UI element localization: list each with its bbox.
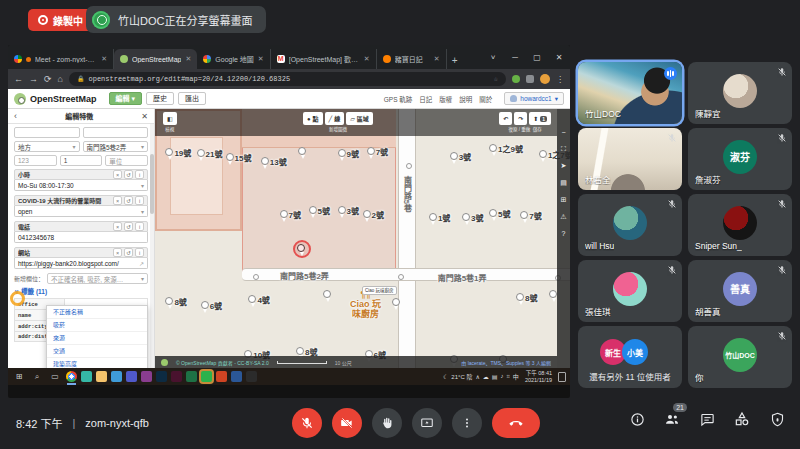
close-tab-icon[interactable]: ✕ (101, 55, 107, 63)
edit-button[interactable]: 編輯 ▾ (109, 92, 142, 105)
tab-search-icon[interactable]: ˅ (482, 53, 504, 62)
road-way[interactable] (398, 109, 416, 368)
info-button[interactable] (628, 410, 646, 428)
field-misc-2[interactable] (83, 127, 149, 138)
more-options-button[interactable] (452, 408, 482, 438)
participant-tile[interactable]: 淑芬詹淑芬 (688, 128, 792, 190)
participant-tile[interactable]: 新生小美還有另外 11 位使用者 (578, 326, 682, 388)
website-input[interactable]: https://piggy-bank20.blogspot.com/↗ (14, 258, 148, 269)
participant-tile[interactable]: 陳靜宜 (688, 62, 792, 124)
tray-icon[interactable]: ▤ (492, 373, 498, 380)
save-button[interactable]: ⬆ 1 (529, 112, 551, 125)
people-button[interactable]: 21 (663, 410, 681, 428)
reload-icon[interactable]: ⟳ (44, 74, 52, 84)
activities-button[interactable] (733, 410, 751, 428)
draw-point-button[interactable]: ● 點 (303, 112, 323, 125)
participant-tile[interactable]: 竹山DOC你 (688, 326, 792, 388)
start-button-icon[interactable]: ⊞ (12, 372, 26, 381)
close-tab-icon[interactable]: ✕ (258, 55, 264, 63)
mic-off-button[interactable] (292, 408, 322, 438)
undo-field-icon[interactable]: ↺ (124, 196, 133, 205)
home-icon[interactable]: ⌂ (58, 74, 63, 84)
browser-menu-icon[interactable]: ⋮ (556, 75, 564, 84)
explorer-taskbar-icon[interactable] (96, 371, 107, 382)
sidebar-scrollbar[interactable] (150, 124, 154, 368)
remove-field-icon[interactable]: × (113, 170, 122, 179)
participant-tile[interactable]: 張佳琪 (578, 260, 682, 322)
dropdown-option[interactable]: 不正確名稱 (47, 306, 147, 319)
street-select[interactable]: 南門路5巷2弄▾ (83, 141, 149, 152)
inspect-button[interactable]: ◧ (163, 112, 177, 125)
recent-editors[interactable]: 由 lacerate、TMS、Supples 等 3 人編輯 (461, 359, 551, 366)
new-tab-icon[interactable]: + (447, 53, 463, 69)
settings-taskbar-icon[interactable] (246, 371, 257, 382)
tray-icon[interactable]: ⌗ (506, 373, 509, 380)
maximize-icon[interactable]: ▢ (526, 53, 548, 62)
tags-header[interactable]: ∨ 標籤 (11) (14, 286, 148, 296)
participant-tile[interactable]: 竹山DOC (578, 62, 682, 124)
line-taskbar-icon[interactable] (201, 371, 212, 382)
tray-icon[interactable]: ♪ (500, 373, 503, 380)
browser-tab[interactable]: 豬寶日記✕ (377, 49, 447, 69)
screenshare-tile[interactable]: Meet - zom-nyxt-qfb✕OpenStreetMap✕Google… (8, 45, 570, 398)
powerpoint-taskbar-icon[interactable] (216, 371, 227, 382)
host-controls-button[interactable] (768, 410, 786, 428)
help-icon[interactable]: ? (562, 230, 566, 237)
close-tab-icon[interactable]: ✕ (364, 55, 370, 63)
draw-area-button[interactable]: ▱ 區域 (346, 112, 373, 125)
close-tab-icon[interactable]: ✕ (185, 55, 191, 63)
remove-field-icon[interactable]: × (113, 222, 122, 231)
action-center-icon[interactable] (558, 372, 566, 382)
hours-select[interactable]: Mo-Su 08:00-17:30▾ (14, 180, 148, 191)
close-window-icon[interactable]: ✕ (548, 53, 570, 62)
weather-widget[interactable]: 21°C 陰 (451, 372, 472, 381)
info-field-icon[interactable]: i (135, 248, 144, 257)
indesign-taskbar-icon[interactable] (171, 371, 182, 382)
task-view-icon[interactable]: ▭ (48, 372, 62, 381)
zoom-out-icon[interactable]: − (561, 129, 565, 136)
road-vertex[interactable] (253, 274, 259, 280)
background-layers-icon[interactable]: ▤ (560, 179, 567, 187)
photoshop-taskbar-icon[interactable] (156, 371, 167, 382)
raise-hand-button[interactable] (372, 408, 402, 438)
info-field-icon[interactable]: i (135, 196, 144, 205)
dropdown-option[interactable]: 吸菸 (47, 319, 147, 332)
tray-icon[interactable]: ☁ (483, 373, 489, 380)
place-type-select[interactable]: 地方▾ (14, 141, 80, 152)
osm-nav-link[interactable]: 版權 (439, 94, 452, 104)
browser-tab[interactable]: [OpenStreetMap] 歡迎加入 Op...✕ (271, 49, 377, 69)
chat-button[interactable] (698, 410, 716, 428)
info-field-icon[interactable]: i (135, 222, 144, 231)
info-field-icon[interactable]: i (135, 170, 144, 179)
taskbar-clock[interactable]: 下午 08:41 2021/11/19 (525, 370, 552, 383)
map-data-icon[interactable]: ⊞ (561, 196, 567, 204)
fullscreen-icon[interactable]: ⛶ (561, 145, 566, 153)
ime-indicator[interactable]: 中 (513, 372, 519, 381)
chrome-taskbar-icon[interactable] (66, 371, 77, 382)
undo-field-icon[interactable]: ↺ (124, 170, 133, 179)
geolocate-icon[interactable]: ➤ (561, 162, 567, 170)
browser-tab[interactable]: Meet - zom-nyxt-qfb✕ (8, 49, 114, 69)
address-bar[interactable]: 🔒 openstreetmap.org/edit#map=20/24.12200… (69, 72, 506, 86)
present-screen-button[interactable] (412, 408, 442, 438)
profile-avatar[interactable] (540, 74, 550, 84)
remove-field-icon[interactable]: × (113, 196, 122, 205)
map-canvas[interactable]: ◧ 檢視 ● 點 ╱ 線 ▱ 區域 新增圖徵 ↶ (155, 109, 570, 368)
history-button[interactable]: 歷史 (146, 92, 174, 105)
word-taskbar-icon[interactable] (231, 371, 242, 382)
participant-tile[interactable]: 善真胡善真 (688, 260, 792, 322)
ie-taskbar-icon[interactable] (111, 371, 122, 382)
bookmark-star-icon[interactable]: ☆ (494, 75, 498, 83)
field-misc-1[interactable] (14, 127, 80, 138)
end-call-button[interactable] (492, 408, 540, 438)
participant-tile[interactable]: Sniper Sun_ (688, 194, 792, 256)
dropdown-option[interactable]: 建築高度 (47, 358, 147, 368)
osm-nav-link[interactable]: 日記 (419, 94, 432, 104)
panel-close-icon[interactable]: ✕ (141, 112, 148, 121)
unit-input[interactable]: 單位 (105, 155, 148, 166)
extensions-puzzle-icon[interactable] (526, 75, 534, 83)
draw-line-button[interactable]: ╱ 線 (325, 112, 345, 125)
participant-tile[interactable]: 林右全 (578, 128, 682, 190)
teams-taskbar-icon[interactable] (126, 371, 137, 382)
issues-icon[interactable]: ⚠ (560, 213, 566, 221)
